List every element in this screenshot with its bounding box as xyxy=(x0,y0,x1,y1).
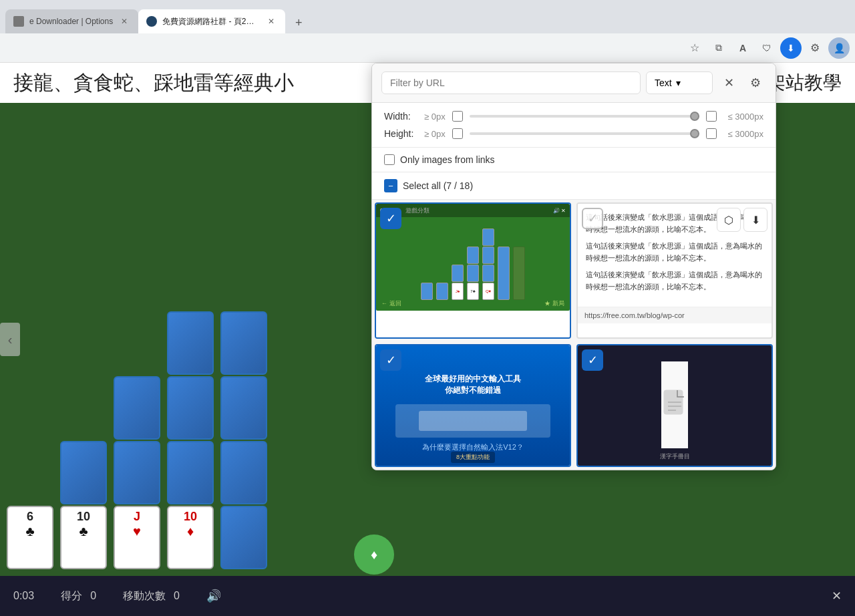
width-filter-row: Width: ≥ 0px ≤ 3000px xyxy=(384,111,763,122)
playing-card xyxy=(114,376,160,440)
tab-downloader[interactable]: e Downloader | Options ✕ xyxy=(5,9,138,33)
card-stack-3: J ♥ xyxy=(114,376,160,569)
game-time: 0:03 xyxy=(13,590,34,602)
height-label: Height: xyxy=(384,128,417,139)
layers-icon[interactable]: ⧉ xyxy=(708,37,729,59)
only-images-row: Only images from links xyxy=(372,148,776,172)
image-checkbox-1[interactable]: ✓ xyxy=(380,208,401,229)
width-label: Width: xyxy=(384,111,417,122)
filter-controls: Width: ≥ 0px ≤ 3000px Height: ≥ 0px ≤ 30… xyxy=(372,103,776,148)
image-cell-1[interactable]: ✓ 0:00:03 遊戲分類 🔊 ✕ J♠ xyxy=(375,202,571,339)
external-link-button-2[interactable]: ⬡ xyxy=(717,208,741,232)
playing-card: J ♥ xyxy=(114,506,160,569)
width-max-label: ≤ 3000px xyxy=(723,112,763,122)
tab-list: e Downloader | Options ✕ 免費資源網路社群 - 頁2，共… xyxy=(5,0,850,33)
playing-card: 10 ♦ xyxy=(167,506,214,569)
filter-url-input[interactable] xyxy=(381,71,641,94)
card-stack-1: 6 ♣ xyxy=(7,506,53,569)
playing-card xyxy=(114,441,160,504)
playing-card xyxy=(220,506,267,569)
filter-close-button[interactable]: ✕ xyxy=(718,72,739,94)
browser-tab-bar: e Downloader | Options ✕ 免費資源網路社群 - 頁2，共… xyxy=(0,0,855,33)
image-cell-2[interactable]: ✓ ⬡ ⬇ 這句話後來演變成「飲水思源」這個成語，意為喝水的時候想一想流水的源頭… xyxy=(576,202,773,339)
keyboard-thumbnail: 全球最好用的中文輸入工具你絕對不能錯過 為什麼要選擇自然輸入法V12？ 8大重點… xyxy=(376,345,570,466)
file-svg-icon xyxy=(661,389,688,421)
game-score: 得分 0 xyxy=(61,589,96,603)
playing-card xyxy=(220,311,267,375)
image-checkbox-4[interactable]: ✓ xyxy=(582,349,603,371)
image-action-buttons-2: ⬡ ⬇ xyxy=(717,208,767,232)
height-min-label: ≥ 0px xyxy=(424,129,446,139)
text-line-2: 這句話後來演變成「飲水思源」這個成語，意為喝水的時候想一想流水的源頭，比喻不忘本… xyxy=(586,241,763,264)
images-grid: ✓ 0:00:03 遊戲分類 🔊 ✕ J♠ xyxy=(372,200,776,470)
select-all-icon[interactable]: − xyxy=(384,179,397,192)
new-tab-button[interactable]: + xyxy=(288,12,309,33)
deal-button[interactable]: ♦ xyxy=(354,534,394,575)
playing-card: 6 ♣ xyxy=(7,506,53,569)
volume-icon[interactable]: 🔊 xyxy=(206,589,221,603)
solitaire-caption xyxy=(376,311,570,337)
solitaire-top-bar: 0:00:03 遊戲分類 🔊 ✕ xyxy=(376,204,570,217)
settings-icon: ⚙ xyxy=(750,75,761,90)
download-button-2[interactable]: ⬇ xyxy=(743,208,767,232)
filter-bar: Text ▾ ✕ ⚙ xyxy=(372,63,776,103)
tab-close-downloader[interactable]: ✕ xyxy=(118,15,130,27)
star-icon[interactable]: ☆ xyxy=(684,37,705,59)
close-icon: ✕ xyxy=(724,75,734,90)
width-min-checkbox[interactable] xyxy=(452,111,463,122)
card-stack-4: 10 ♦ xyxy=(167,311,214,569)
playing-card: 10 ♣ xyxy=(60,506,107,569)
cards-area: 6 ♣ 10 ♣ J ♥ xyxy=(7,462,848,569)
height-filter-row: Height: ≥ 0px ≤ 3000px xyxy=(384,128,763,139)
download-icon[interactable]: ⬇ xyxy=(780,37,802,59)
game-moves: 移動次數 0 xyxy=(123,589,180,603)
image-url-2: https://free.com.tw/blog/wp-cor xyxy=(578,307,772,323)
card-stack-2: 10 ♣ xyxy=(60,441,107,569)
tab-label-downloader: e Downloader | Options xyxy=(29,17,113,26)
close-game-icon[interactable]: ✕ xyxy=(832,589,842,603)
shield-icon[interactable]: 🛡 xyxy=(756,37,778,59)
height-max-checkbox[interactable] xyxy=(706,128,717,139)
playing-card xyxy=(167,376,214,440)
tab-favicon-downloader xyxy=(13,16,24,27)
solitaire-thumbnail: 0:00:03 遊戲分類 🔊 ✕ J♠ 7♣ xyxy=(376,204,570,311)
width-max-checkbox[interactable] xyxy=(706,111,717,122)
game-bar: 0:03 得分 0 移動次數 0 🔊 ✕ xyxy=(0,576,855,616)
width-slider[interactable] xyxy=(470,115,699,118)
file-icon xyxy=(661,361,688,448)
height-slider[interactable] xyxy=(470,132,699,135)
image-checkbox-2[interactable]: ✓ xyxy=(582,208,603,229)
page-prev-arrow[interactable]: ‹ xyxy=(0,323,20,356)
playing-card xyxy=(167,311,214,375)
extensions-icon[interactable]: ⚙ xyxy=(804,37,826,59)
browser-toolbar: ☆ ⧉ A 🛡 ⬇ ⚙ 👤 xyxy=(0,33,855,63)
tab-close-main[interactable]: ✕ xyxy=(265,15,277,27)
translate-icon[interactable]: A xyxy=(732,37,753,59)
tab-main[interactable]: 免費資源網路社群 - 頁2，共669... ✕ xyxy=(138,9,285,33)
playing-card xyxy=(220,441,267,504)
terminal-thumbnail: 推薦您使用「 Featured Protection for Chrome 」 … xyxy=(578,345,772,466)
card-stack-5 xyxy=(220,311,267,569)
height-min-checkbox[interactable] xyxy=(452,128,463,139)
downloader-popup: Text ▾ ✕ ⚙ Width: ≥ 0px ≤ 3000px Height:… xyxy=(371,63,776,470)
select-all-bar[interactable]: − Select all (7 / 18) xyxy=(372,172,776,200)
right-heading: 架站教學 xyxy=(767,70,842,96)
width-min-label: ≥ 0px xyxy=(424,112,446,122)
profile-icon[interactable]: 👤 xyxy=(828,37,850,59)
only-images-label: Only images from links xyxy=(400,154,495,165)
image-cell-3[interactable]: ✓ 全球最好用的中文輸入工具你絕對不能錯過 為什麼要選擇自然輸入法V12？ 8大… xyxy=(375,344,571,467)
tab-label-main: 免費資源網路社群 - 頁2，共669... xyxy=(162,16,260,27)
playing-card xyxy=(220,376,267,440)
page-heading: 接龍、貪食蛇、踩地雷等經典小 xyxy=(13,69,294,97)
text-line-3: 這句話後來演變成「飲水思源」這個成語，意為喝水的時候想一想流水的源頭，比喻不忘本… xyxy=(586,269,763,293)
tab-favicon-main xyxy=(146,16,157,27)
height-max-label: ≤ 3000px xyxy=(723,129,763,139)
image-cell-4[interactable]: ✓ 推薦您使用「 Featured Protection for Chrome … xyxy=(576,344,773,467)
only-images-checkbox[interactable] xyxy=(384,154,395,165)
image-checkbox-3[interactable]: ✓ xyxy=(380,349,401,371)
keyboard-heading: 全球最好用的中文輸入工具你絕對不能錯過 xyxy=(418,373,528,396)
select-all-label[interactable]: Select all (7 / 18) xyxy=(403,180,473,191)
filter-settings-button[interactable]: ⚙ xyxy=(745,72,766,94)
filter-type-dropdown[interactable]: Text ▾ xyxy=(646,71,713,94)
playing-card xyxy=(60,441,107,504)
